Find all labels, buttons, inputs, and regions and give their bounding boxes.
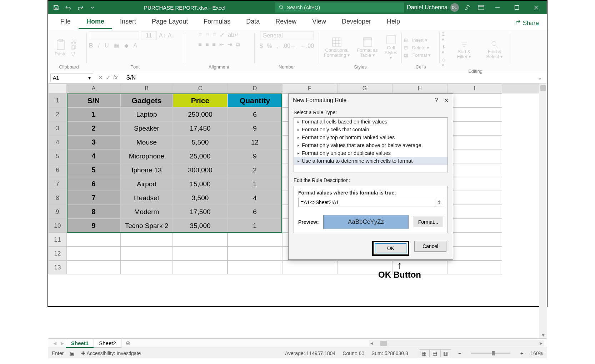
cell[interactable]: 6 xyxy=(67,177,120,191)
cell[interactable] xyxy=(447,149,502,163)
increase-decimal-icon[interactable]: .00→ xyxy=(282,43,296,49)
row-header[interactable]: 11 xyxy=(48,233,67,247)
cut-icon[interactable] xyxy=(71,38,76,44)
horizontal-scrollbar[interactable]: ◂ ▸ xyxy=(369,340,544,347)
normal-view-icon[interactable]: ▦ xyxy=(419,349,430,357)
col-header-d[interactable]: D xyxy=(228,84,282,93)
cell[interactable]: 9 xyxy=(67,219,120,233)
vertical-scrollbar[interactable]: ▴ ▾ xyxy=(539,84,547,338)
cell[interactable]: 6 xyxy=(228,205,282,219)
cell[interactable]: Laptop xyxy=(120,107,173,121)
cell[interactable]: 17,500 xyxy=(173,205,228,219)
decrease-font-icon[interactable]: A↓ xyxy=(168,32,175,39)
row-header[interactable]: 7 xyxy=(48,177,67,191)
range-selector-icon[interactable]: ↥ xyxy=(435,198,443,207)
page-break-view-icon[interactable]: ▥ xyxy=(440,349,451,357)
clear-icon[interactable]: ◇ ▾ xyxy=(442,57,448,68)
tab-file[interactable]: File xyxy=(52,16,79,29)
cell[interactable]: 25,000 xyxy=(173,149,228,163)
cell[interactable] xyxy=(67,247,120,261)
italic-button[interactable]: I xyxy=(98,42,100,49)
format-button[interactable]: Format... xyxy=(413,217,443,227)
cell[interactable] xyxy=(120,233,173,247)
row-header[interactable]: 3 xyxy=(48,121,67,135)
indent-decrease-icon[interactable]: ⇤ xyxy=(219,41,224,48)
col-header-c[interactable]: C xyxy=(173,84,228,93)
scrollbar-thumb[interactable] xyxy=(540,85,546,91)
undo-icon[interactable] xyxy=(63,3,73,12)
cell[interactable]: Speaker xyxy=(120,121,173,135)
tab-page-layout[interactable]: Page Layout xyxy=(144,16,196,29)
col-header-b[interactable]: B xyxy=(120,84,173,93)
row-header[interactable]: 5 xyxy=(48,149,67,163)
cell[interactable] xyxy=(447,163,502,177)
cell[interactable] xyxy=(120,261,173,274)
cell[interactable] xyxy=(447,261,502,274)
cell[interactable] xyxy=(120,247,173,261)
cell[interactable] xyxy=(447,93,502,107)
zoom-in-icon[interactable]: + xyxy=(520,350,523,356)
save-icon[interactable] xyxy=(51,3,61,12)
underline-button[interactable]: U xyxy=(105,42,109,49)
scroll-down-icon[interactable]: ▾ xyxy=(539,331,547,338)
cell[interactable] xyxy=(173,233,228,247)
cell[interactable]: 4 xyxy=(67,149,120,163)
align-bottom-icon[interactable]: ≡ xyxy=(213,32,216,38)
cell[interactable]: 6 xyxy=(228,107,282,121)
add-sheet-button[interactable]: ⊕ xyxy=(124,340,133,347)
format-as-table-button[interactable]: Format as Table ▾ xyxy=(355,36,379,59)
formula-input-field[interactable] xyxy=(298,198,435,207)
scrollbar-thumb[interactable] xyxy=(380,341,387,346)
cell[interactable]: 15,000 xyxy=(173,177,228,191)
rule-type-item[interactable]: Use a formula to determine which cells t… xyxy=(294,157,448,165)
cell[interactable] xyxy=(447,247,502,261)
cell[interactable]: Quantity xyxy=(228,93,282,107)
cell[interactable]: Tecno Spark 2 xyxy=(120,219,173,233)
user-account[interactable]: Daniel Uchenna DU xyxy=(407,3,459,12)
cell[interactable]: Price xyxy=(173,93,228,107)
fill-icon[interactable]: ⬇ ▾ xyxy=(442,44,448,55)
cell[interactable] xyxy=(447,107,502,121)
cell[interactable]: Mouse xyxy=(120,135,173,149)
decrease-decimal-icon[interactable]: ←.00 xyxy=(300,43,314,49)
font-color-icon[interactable]: A xyxy=(134,42,138,49)
cell[interactable] xyxy=(228,247,282,261)
redo-icon[interactable] xyxy=(75,3,85,12)
cell[interactable]: 1 xyxy=(67,107,120,121)
align-middle-icon[interactable]: ≡ xyxy=(206,32,209,38)
row-header[interactable]: 1 xyxy=(48,93,67,107)
col-header-a[interactable]: A xyxy=(67,84,120,93)
cell[interactable] xyxy=(67,233,120,247)
bold-button[interactable]: B xyxy=(89,42,93,49)
sheet-tab-1[interactable]: Sheet1 xyxy=(66,339,94,348)
cell[interactable]: 1 xyxy=(228,219,282,233)
col-header-f[interactable]: F xyxy=(282,84,337,93)
rule-type-item[interactable]: Format only cells that contain xyxy=(294,126,448,133)
row-header[interactable]: 13 xyxy=(48,261,67,274)
rule-type-item[interactable]: Format all cells based on their values xyxy=(294,118,448,126)
cell[interactable]: 17,450 xyxy=(173,121,228,135)
cell[interactable]: 250,000 xyxy=(173,107,228,121)
cell[interactable]: S/N xyxy=(67,93,120,107)
tab-developer[interactable]: Developer xyxy=(334,16,379,29)
zoom-slider[interactable] xyxy=(471,353,510,354)
format-cells-button[interactable]: ▦ Format ▾ xyxy=(404,52,431,58)
sheet-nav-prev-icon[interactable]: ◀ xyxy=(51,341,59,346)
macro-record-icon[interactable]: ▣ xyxy=(70,350,75,356)
maximize-button[interactable] xyxy=(509,1,525,14)
ok-button[interactable]: OK xyxy=(375,243,406,253)
scroll-left-icon[interactable]: ◂ xyxy=(369,340,375,347)
tab-insert[interactable]: Insert xyxy=(112,16,144,29)
row-header[interactable]: 8 xyxy=(48,191,67,205)
cell[interactable] xyxy=(228,233,282,247)
tab-data[interactable]: Data xyxy=(238,16,268,29)
rule-type-item[interactable]: Format only values that are above or bel… xyxy=(294,141,448,149)
col-header-h[interactable]: H xyxy=(392,84,447,93)
sheet-tab-2[interactable]: Sheet2 xyxy=(94,339,121,348)
tab-review[interactable]: Review xyxy=(268,16,304,29)
format-painter-icon[interactable] xyxy=(71,51,76,57)
tab-home[interactable]: Home xyxy=(79,16,112,29)
row-header[interactable]: 9 xyxy=(48,205,67,219)
formula-input[interactable]: S/N xyxy=(122,74,536,82)
align-center-icon[interactable]: ≡ xyxy=(205,41,209,48)
